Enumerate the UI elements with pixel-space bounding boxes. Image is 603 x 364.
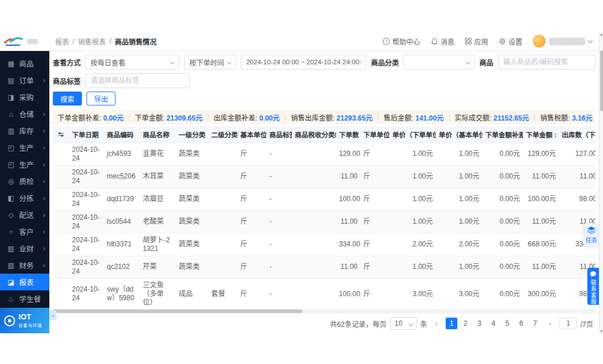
table-row[interactable]: 2024-10-24dqd1739浓眉豆蔬菜类斤-100.00斤1.00元1.0… bbox=[53, 188, 595, 210]
date-range-picker[interactable]: 2024-10-24 00:00 ~ 2024-10-24 24:00 bbox=[241, 54, 366, 70]
vertical-scrollbar-thumb[interactable] bbox=[600, 50, 603, 111]
horizontal-scrollbar[interactable] bbox=[53, 309, 595, 314]
page-button[interactable]: 1 bbox=[446, 318, 457, 329]
column-header-label: 二级分类 bbox=[211, 132, 237, 139]
sidebar-item-production-1[interactable]: ◰生产› bbox=[0, 139, 49, 156]
breadcrumb-item[interactable]: 报表 bbox=[55, 37, 69, 46]
page-button[interactable]: 7 bbox=[529, 318, 541, 329]
messages-button[interactable]: 消息 bbox=[431, 37, 454, 46]
page-button[interactable]: 2 bbox=[460, 318, 471, 329]
column-settings-icon[interactable] bbox=[53, 126, 69, 143]
chevron-right-icon: › bbox=[43, 178, 45, 185]
page-button[interactable]: 6 bbox=[515, 318, 527, 329]
product-search-input[interactable] bbox=[498, 54, 595, 70]
page-button[interactable]: 4 bbox=[488, 318, 499, 329]
table-row[interactable]: 2024-10-24qc2102芹菜蔬菜类斤-11.00斤1.00元1.00元0… bbox=[53, 256, 595, 278]
page-size-select[interactable]: 10 bbox=[390, 317, 417, 330]
chevron-right-icon: › bbox=[43, 195, 45, 202]
sidebar-item-quality[interactable]: ◎质检› bbox=[0, 173, 49, 190]
table-row[interactable]: 2024-10-24mec5206木耳菜蔬菜类斤-11.00斤1.00元1.00… bbox=[53, 165, 595, 188]
sidebar-item-inventory[interactable]: ▥库存› bbox=[0, 122, 49, 139]
column-header[interactable]: 商品税收分类编码 bbox=[292, 126, 336, 143]
cell: 334.00 bbox=[336, 233, 360, 256]
sidebar-item-goods[interactable]: ▦商品 bbox=[0, 55, 49, 72]
page-jump-input[interactable] bbox=[559, 318, 577, 329]
sidebar-item-production-2[interactable]: ◰生产› bbox=[0, 156, 49, 173]
category-select[interactable] bbox=[403, 54, 475, 70]
table-row[interactable]: 2024-10-24swy（ddw）5980三文鱼（多单位）成品套餐斤-100.… bbox=[53, 278, 595, 308]
cell: 斤 bbox=[360, 210, 389, 233]
sidebar-item-orders[interactable]: ▤订单› bbox=[0, 72, 49, 89]
column-header[interactable]: 商品编码 bbox=[104, 126, 140, 143]
svg-text:?: ? bbox=[385, 39, 387, 44]
sidebar-item-finance[interactable]: ▧财务› bbox=[0, 257, 49, 274]
page-button[interactable]: 3 bbox=[474, 318, 485, 329]
time-field-value: 按下单时间 bbox=[189, 57, 224, 67]
sidebar-item-sorting[interactable]: ◧分拣› bbox=[0, 190, 49, 206]
cell: 成品 bbox=[176, 278, 208, 308]
sort-icon[interactable] bbox=[554, 133, 557, 138]
column-header[interactable]: 单价（基本单位） bbox=[436, 126, 482, 143]
cell: 斤 bbox=[237, 143, 266, 165]
cell: 芹菜 bbox=[140, 256, 176, 278]
column-header[interactable]: 下单金额补差 bbox=[482, 126, 523, 143]
time-field-select[interactable]: 按下单时间 bbox=[184, 54, 236, 70]
column-header[interactable]: 二级分类 bbox=[208, 126, 237, 143]
sidebar-item-label: 配送 bbox=[19, 209, 34, 220]
sidebar-item-customer[interactable]: ○客户› bbox=[0, 223, 49, 240]
chevron-down-icon bbox=[465, 60, 470, 64]
cell: 11.00元 bbox=[523, 165, 559, 188]
sidebar-item-student-meal[interactable]: ♨学生餐 bbox=[0, 290, 49, 307]
settings-button[interactable]: 设置 bbox=[499, 37, 522, 46]
summary-value: 21152.65元 bbox=[493, 114, 529, 122]
sidebar-item-business-finance[interactable]: ▨业财› bbox=[0, 240, 49, 257]
contact-service-button[interactable]: 联系客服 bbox=[587, 268, 599, 305]
sidebar-item-warehouse[interactable]: ⌂仓储› bbox=[0, 105, 49, 122]
column-header[interactable]: 下单数 bbox=[336, 126, 360, 143]
cell: - bbox=[266, 165, 292, 188]
cell: 斤 bbox=[237, 233, 266, 256]
column-header[interactable]: 下单金额 bbox=[523, 126, 559, 143]
column-header[interactable]: 基本单位 bbox=[237, 126, 266, 143]
column-header[interactable]: 一级分类 bbox=[176, 126, 208, 143]
tag-input[interactable] bbox=[85, 73, 190, 88]
company-logo-icon bbox=[3, 35, 26, 48]
sort-icon[interactable] bbox=[360, 133, 361, 138]
tasks-button[interactable]: 任务 bbox=[584, 223, 599, 246]
page-button[interactable]: 5 bbox=[501, 318, 513, 329]
cell: 1.00元 bbox=[436, 256, 482, 278]
column-header[interactable]: 下单单位 bbox=[360, 126, 389, 143]
column-header[interactable]: 出库数（下单单位 bbox=[559, 126, 595, 143]
sorting-icon: ◧ bbox=[7, 194, 15, 202]
apps-button[interactable]: 应用 bbox=[465, 37, 488, 46]
sidebar-item-label: 库存 bbox=[19, 125, 34, 136]
column-header[interactable]: 单价（下单单位） bbox=[389, 126, 436, 143]
sidebar-item-label: 分拣 bbox=[19, 192, 34, 203]
scroll-down-arrow-icon[interactable]: ▾ bbox=[600, 329, 603, 333]
vertical-scrollbar[interactable]: ▴ ▾ bbox=[599, 32, 603, 333]
sidebar-item-purchase[interactable]: ◨采购 bbox=[0, 89, 49, 105]
breadcrumb-item[interactable]: 销售报表 bbox=[78, 37, 106, 46]
table-row[interactable]: 2024-10-24hlb3371胡萝卜-21321蔬菜类斤-334.00斤2.… bbox=[53, 233, 595, 256]
export-button[interactable]: 导出 bbox=[86, 92, 115, 105]
horizontal-scrollbar-thumb[interactable] bbox=[53, 310, 302, 313]
prev-page-button[interactable]: ‹ bbox=[431, 318, 442, 329]
sidebar-item-reports[interactable]: ◪报表 bbox=[0, 274, 49, 290]
cell: 100.00 bbox=[336, 278, 360, 308]
layers-icon bbox=[587, 226, 596, 234]
sidebar-collapse-button[interactable]: ‹ bbox=[49, 311, 57, 321]
table-row[interactable]: 2024-10-24lsc0544老酸菜蔬菜类斤-11.00斤1.00元1.00… bbox=[53, 210, 595, 233]
column-header[interactable]: 商品名称 bbox=[140, 126, 176, 143]
cell: - bbox=[266, 210, 292, 233]
user-menu[interactable] bbox=[533, 35, 592, 48]
sidebar-item-delivery[interactable]: ◇配送› bbox=[0, 206, 49, 223]
cell: lsc0544 bbox=[104, 210, 140, 233]
table-row[interactable]: 2024-10-24jch4593韭黄花蔬菜类斤-129.00斤1.00元1.0… bbox=[53, 143, 595, 165]
column-header[interactable]: 下单日期 bbox=[69, 126, 104, 143]
search-button[interactable]: 搜索 bbox=[53, 92, 82, 105]
column-header[interactable]: 商品标签 bbox=[266, 126, 292, 143]
scroll-up-arrow-icon[interactable]: ▴ bbox=[600, 32, 603, 37]
next-page-button[interactable]: › bbox=[544, 318, 556, 329]
help-center-button[interactable]: ? 帮助中心 bbox=[382, 37, 420, 46]
view-mode-select[interactable]: 按每日查看 bbox=[85, 54, 179, 70]
